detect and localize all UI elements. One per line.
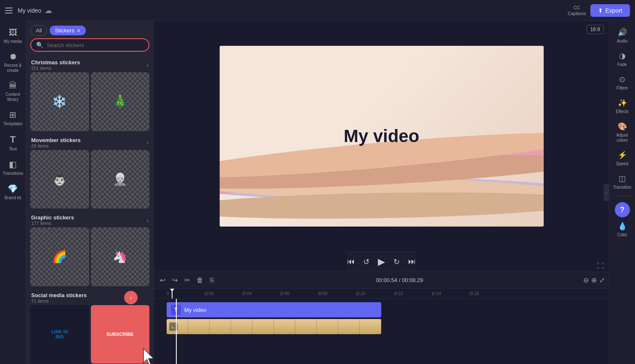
video-frame: My video [220,46,544,227]
export-button[interactable]: ⬆ Export [590,4,630,17]
category-thumbnails-graphic: 🌈 🦄 [29,227,151,286]
sidebar-item-brand-kit[interactable]: 💎 Brand kit [1,180,25,204]
right-item-label: Speed [616,161,628,166]
playhead-triangle [170,289,174,292]
rewind-button[interactable]: ↺ [363,257,369,266]
category-header-christmas[interactable]: Christmas stickers 251 items › [29,57,151,72]
right-item-speed[interactable]: ⚡ Speed [610,147,635,170]
center-area: My video 16:9 ⏮ ↺ ▶ ↻ ⏭ ⛶ ↩ ↪ ✂ � [154,21,609,364]
track-text-clip[interactable]: T My video [167,302,381,317]
collapse-panel-button[interactable]: ‹ [603,184,609,201]
sidebar-item-content-library[interactable]: 🏛 Content library [1,77,25,106]
captions-button[interactable]: CC Captions [568,5,586,16]
skip-forward-button[interactable]: ⏭ [408,257,416,266]
track-frame [231,319,252,334]
redo-button[interactable]: ↪ [170,274,179,286]
ruler-mark-3: |0:06 [280,291,290,296]
category-thumbnails-christmas: ❄️ 🎄 [29,72,151,131]
video-title-text: My video [344,126,420,146]
fast-forward-button[interactable]: ↻ [393,257,400,266]
right-item-label: Color [617,232,627,237]
track-type-icon: T [171,305,181,315]
right-item-fade[interactable]: ◑ Fade [610,48,635,71]
top-bar-right: CC Captions ⬆ Export [568,4,630,17]
category-title: Graphic stickers [31,214,74,221]
sticker-thumb[interactable]: 🎄 [91,72,150,131]
sidebar-item-templates[interactable]: ⊞ Templates [1,106,25,130]
tab-stickers[interactable]: Stickers ✕ [50,26,85,35]
track-text: T My video [167,302,605,317]
right-item-filters[interactable]: ⊙ Filters [610,71,635,94]
skip-back-button[interactable]: ⏮ [347,257,355,266]
sticker-thumb[interactable]: ❄️ [30,72,89,131]
timeline-zoom: ⊖ ⊕ ⤢ [583,276,605,284]
chevron-right-icon: › [146,62,149,69]
track-frame [360,319,381,334]
track-frame [295,319,317,334]
right-item-audio[interactable]: 🔊 Audio [610,24,635,47]
right-item-adjust-colors[interactable]: 🎨 Adjust colors [610,119,635,146]
playback-wrapper: ⏮ ↺ ▶ ↻ ⏭ ⛶ [154,251,609,272]
left-sidebar: 🖼 My media ⏺ Record & create 🏛 Content l… [0,21,26,364]
captions-label: Captions [568,11,586,16]
fit-button[interactable]: ⤢ [599,276,605,284]
filters-icon: ⊙ [619,75,625,84]
right-item-label: Effects [616,109,628,114]
search-input[interactable] [47,42,143,48]
main-area: 🖼 My media ⏺ Record & create 🏛 Content l… [0,21,635,364]
track-frame [274,319,295,334]
sidebar-item-record-create[interactable]: ⏺ Record & create [1,48,25,76]
right-item-color[interactable]: 💧 Color [610,218,635,241]
play-button[interactable]: ▶ [378,256,385,267]
category-header-graphic[interactable]: Graphic stickers 177 items › [29,212,151,227]
tab-all[interactable]: All [30,25,47,36]
right-item-label: Adjust colors [612,133,633,143]
transitions-icon: ◧ [9,159,17,169]
cut-button[interactable]: ✂ [183,274,191,286]
category-header-social[interactable]: Social media stickers 71 items › [29,290,151,305]
search-box: 🔍 [30,38,149,52]
zoom-out-button[interactable]: ⊖ [583,276,589,284]
video-preview: My video 16:9 [154,21,609,251]
copy-button[interactable]: ⎘ [208,275,216,286]
cloud-icon: ☁ [45,6,52,15]
undo-button[interactable]: ↩ [158,274,167,286]
sticker-thumb[interactable]: 🦄 [91,227,150,286]
ruler-mark-6: |0:12 [394,291,403,296]
menu-button[interactable] [5,8,13,13]
timeline-area: ↩ ↪ ✂ 🗑 ⎘ 00:00.54 / 00:08.29 ⊖ ⊕ ⤢ [154,272,609,364]
fade-icon: ◑ [619,51,626,61]
zoom-in-button[interactable]: ⊕ [591,276,597,284]
delete-button[interactable]: 🗑 [195,275,205,286]
total-time: 00:08.29 [402,277,423,283]
track-frame [252,319,274,334]
search-icon: 🔍 [36,42,43,48]
right-item-transition[interactable]: ◫ Transition [610,171,635,193]
sticker-thumb[interactable]: LINK INBIO [30,305,89,364]
ruler-mark-5: |0:10 [356,291,365,296]
right-item-effects[interactable]: ✨ Effects [610,95,635,118]
sidebar-item-transitions[interactable]: ◧ Transitions [1,156,25,179]
brand-kit-icon: 💎 [8,184,18,194]
project-name: My video ☁ [18,6,52,15]
track-video-clip[interactable]: 🔈 [167,319,381,334]
help-button[interactable]: ? [615,202,630,217]
sticker-thumb[interactable]: 🌈 [30,227,89,286]
ruler-mark-7: |0:14 [432,291,441,296]
track-frame [210,319,231,334]
sticker-thumb[interactable]: SUBSCRIBE [91,305,150,364]
sticker-thumb[interactable]: 👨‍🦳 [91,150,150,209]
category-arrow-circle[interactable]: › [124,291,138,304]
current-time: 00:00.54 [376,277,397,283]
sticker-thumb[interactable]: 👨 [30,150,89,209]
export-label: Export [606,7,622,14]
fullscreen-button[interactable]: ⛶ [597,262,604,270]
category-header-movember[interactable]: Movember stickers 29 items › [29,135,151,150]
right-item-label: Audio [617,39,628,44]
right-item-label: Transition [613,185,632,190]
sidebar-item-text[interactable]: T Text [1,131,25,155]
sidebar-item-my-media[interactable]: 🖼 My media [1,24,25,47]
tab-close-icon[interactable]: ✕ [77,28,81,34]
content-library-icon: 🏛 [9,81,17,90]
right-item-label: Fade [617,62,627,67]
